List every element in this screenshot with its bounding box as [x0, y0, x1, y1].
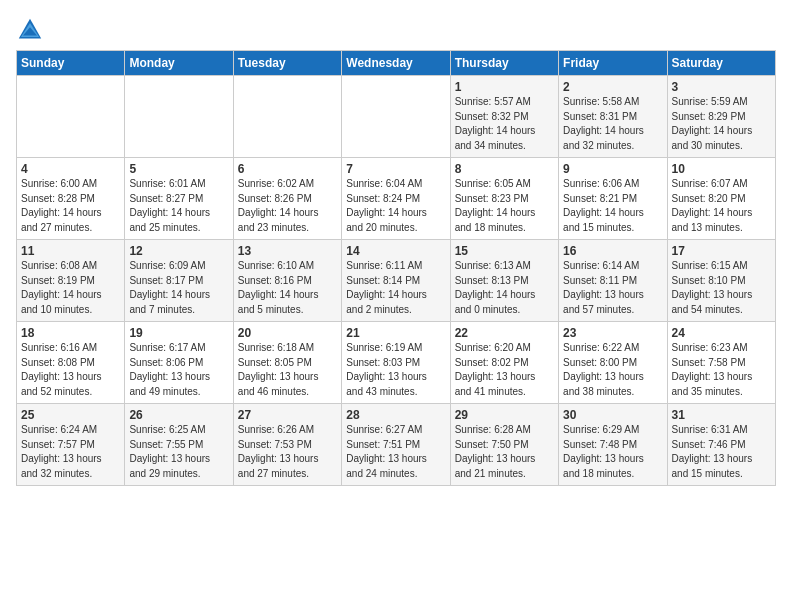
day-number: 8	[455, 162, 554, 176]
day-cell	[125, 76, 233, 158]
day-info: Sunrise: 6:26 AM Sunset: 7:53 PM Dayligh…	[238, 423, 337, 481]
day-info: Sunrise: 6:25 AM Sunset: 7:55 PM Dayligh…	[129, 423, 228, 481]
day-info: Sunrise: 6:29 AM Sunset: 7:48 PM Dayligh…	[563, 423, 662, 481]
day-cell: 25Sunrise: 6:24 AM Sunset: 7:57 PM Dayli…	[17, 404, 125, 486]
day-number: 29	[455, 408, 554, 422]
day-number: 30	[563, 408, 662, 422]
day-info: Sunrise: 6:09 AM Sunset: 8:17 PM Dayligh…	[129, 259, 228, 317]
header-sunday: Sunday	[17, 51, 125, 76]
day-number: 4	[21, 162, 120, 176]
day-number: 28	[346, 408, 445, 422]
day-info: Sunrise: 6:08 AM Sunset: 8:19 PM Dayligh…	[21, 259, 120, 317]
day-cell: 2Sunrise: 5:58 AM Sunset: 8:31 PM Daylig…	[559, 76, 667, 158]
day-info: Sunrise: 6:28 AM Sunset: 7:50 PM Dayligh…	[455, 423, 554, 481]
day-cell: 5Sunrise: 6:01 AM Sunset: 8:27 PM Daylig…	[125, 158, 233, 240]
day-number: 31	[672, 408, 771, 422]
day-info: Sunrise: 6:04 AM Sunset: 8:24 PM Dayligh…	[346, 177, 445, 235]
day-cell: 8Sunrise: 6:05 AM Sunset: 8:23 PM Daylig…	[450, 158, 558, 240]
header-monday: Monday	[125, 51, 233, 76]
day-number: 24	[672, 326, 771, 340]
day-cell	[233, 76, 341, 158]
week-row-3: 11Sunrise: 6:08 AM Sunset: 8:19 PM Dayli…	[17, 240, 776, 322]
day-info: Sunrise: 6:10 AM Sunset: 8:16 PM Dayligh…	[238, 259, 337, 317]
week-row-5: 25Sunrise: 6:24 AM Sunset: 7:57 PM Dayli…	[17, 404, 776, 486]
header-wednesday: Wednesday	[342, 51, 450, 76]
day-cell: 31Sunrise: 6:31 AM Sunset: 7:46 PM Dayli…	[667, 404, 775, 486]
day-info: Sunrise: 6:17 AM Sunset: 8:06 PM Dayligh…	[129, 341, 228, 399]
day-cell: 6Sunrise: 6:02 AM Sunset: 8:26 PM Daylig…	[233, 158, 341, 240]
logo	[16, 16, 48, 44]
day-info: Sunrise: 5:57 AM Sunset: 8:32 PM Dayligh…	[455, 95, 554, 153]
day-number: 20	[238, 326, 337, 340]
week-row-2: 4Sunrise: 6:00 AM Sunset: 8:28 PM Daylig…	[17, 158, 776, 240]
week-row-1: 1Sunrise: 5:57 AM Sunset: 8:32 PM Daylig…	[17, 76, 776, 158]
day-cell: 29Sunrise: 6:28 AM Sunset: 7:50 PM Dayli…	[450, 404, 558, 486]
day-number: 3	[672, 80, 771, 94]
calendar-table: SundayMondayTuesdayWednesdayThursdayFrid…	[16, 50, 776, 486]
day-cell: 30Sunrise: 6:29 AM Sunset: 7:48 PM Dayli…	[559, 404, 667, 486]
day-info: Sunrise: 6:22 AM Sunset: 8:00 PM Dayligh…	[563, 341, 662, 399]
day-number: 15	[455, 244, 554, 258]
day-info: Sunrise: 6:18 AM Sunset: 8:05 PM Dayligh…	[238, 341, 337, 399]
day-number: 17	[672, 244, 771, 258]
day-cell: 23Sunrise: 6:22 AM Sunset: 8:00 PM Dayli…	[559, 322, 667, 404]
day-cell: 14Sunrise: 6:11 AM Sunset: 8:14 PM Dayli…	[342, 240, 450, 322]
day-info: Sunrise: 6:00 AM Sunset: 8:28 PM Dayligh…	[21, 177, 120, 235]
day-number: 2	[563, 80, 662, 94]
day-cell: 22Sunrise: 6:20 AM Sunset: 8:02 PM Dayli…	[450, 322, 558, 404]
day-cell: 24Sunrise: 6:23 AM Sunset: 7:58 PM Dayli…	[667, 322, 775, 404]
day-info: Sunrise: 6:27 AM Sunset: 7:51 PM Dayligh…	[346, 423, 445, 481]
day-cell: 21Sunrise: 6:19 AM Sunset: 8:03 PM Dayli…	[342, 322, 450, 404]
day-info: Sunrise: 6:13 AM Sunset: 8:13 PM Dayligh…	[455, 259, 554, 317]
day-number: 11	[21, 244, 120, 258]
day-number: 10	[672, 162, 771, 176]
page: SundayMondayTuesdayWednesdayThursdayFrid…	[0, 0, 792, 496]
day-info: Sunrise: 6:31 AM Sunset: 7:46 PM Dayligh…	[672, 423, 771, 481]
day-cell: 7Sunrise: 6:04 AM Sunset: 8:24 PM Daylig…	[342, 158, 450, 240]
day-cell: 28Sunrise: 6:27 AM Sunset: 7:51 PM Dayli…	[342, 404, 450, 486]
day-info: Sunrise: 6:01 AM Sunset: 8:27 PM Dayligh…	[129, 177, 228, 235]
day-cell: 19Sunrise: 6:17 AM Sunset: 8:06 PM Dayli…	[125, 322, 233, 404]
day-cell: 12Sunrise: 6:09 AM Sunset: 8:17 PM Dayli…	[125, 240, 233, 322]
calendar-body: 1Sunrise: 5:57 AM Sunset: 8:32 PM Daylig…	[17, 76, 776, 486]
day-number: 5	[129, 162, 228, 176]
day-cell: 15Sunrise: 6:13 AM Sunset: 8:13 PM Dayli…	[450, 240, 558, 322]
day-info: Sunrise: 6:23 AM Sunset: 7:58 PM Dayligh…	[672, 341, 771, 399]
day-cell: 10Sunrise: 6:07 AM Sunset: 8:20 PM Dayli…	[667, 158, 775, 240]
day-info: Sunrise: 6:14 AM Sunset: 8:11 PM Dayligh…	[563, 259, 662, 317]
day-info: Sunrise: 5:58 AM Sunset: 8:31 PM Dayligh…	[563, 95, 662, 153]
day-cell: 17Sunrise: 6:15 AM Sunset: 8:10 PM Dayli…	[667, 240, 775, 322]
day-cell	[342, 76, 450, 158]
day-cell	[17, 76, 125, 158]
day-cell: 4Sunrise: 6:00 AM Sunset: 8:28 PM Daylig…	[17, 158, 125, 240]
day-number: 13	[238, 244, 337, 258]
day-info: Sunrise: 6:15 AM Sunset: 8:10 PM Dayligh…	[672, 259, 771, 317]
day-number: 25	[21, 408, 120, 422]
day-info: Sunrise: 6:07 AM Sunset: 8:20 PM Dayligh…	[672, 177, 771, 235]
day-cell: 13Sunrise: 6:10 AM Sunset: 8:16 PM Dayli…	[233, 240, 341, 322]
day-number: 19	[129, 326, 228, 340]
header-thursday: Thursday	[450, 51, 558, 76]
header-saturday: Saturday	[667, 51, 775, 76]
day-number: 6	[238, 162, 337, 176]
header-row: SundayMondayTuesdayWednesdayThursdayFrid…	[17, 51, 776, 76]
day-info: Sunrise: 6:05 AM Sunset: 8:23 PM Dayligh…	[455, 177, 554, 235]
week-row-4: 18Sunrise: 6:16 AM Sunset: 8:08 PM Dayli…	[17, 322, 776, 404]
day-number: 18	[21, 326, 120, 340]
day-cell: 20Sunrise: 6:18 AM Sunset: 8:05 PM Dayli…	[233, 322, 341, 404]
day-number: 22	[455, 326, 554, 340]
day-cell: 16Sunrise: 6:14 AM Sunset: 8:11 PM Dayli…	[559, 240, 667, 322]
day-cell: 18Sunrise: 6:16 AM Sunset: 8:08 PM Dayli…	[17, 322, 125, 404]
day-info: Sunrise: 6:19 AM Sunset: 8:03 PM Dayligh…	[346, 341, 445, 399]
day-cell: 11Sunrise: 6:08 AM Sunset: 8:19 PM Dayli…	[17, 240, 125, 322]
day-info: Sunrise: 5:59 AM Sunset: 8:29 PM Dayligh…	[672, 95, 771, 153]
day-info: Sunrise: 6:16 AM Sunset: 8:08 PM Dayligh…	[21, 341, 120, 399]
logo-icon	[16, 16, 44, 44]
day-number: 16	[563, 244, 662, 258]
day-cell: 9Sunrise: 6:06 AM Sunset: 8:21 PM Daylig…	[559, 158, 667, 240]
day-number: 21	[346, 326, 445, 340]
day-info: Sunrise: 6:11 AM Sunset: 8:14 PM Dayligh…	[346, 259, 445, 317]
day-cell: 3Sunrise: 5:59 AM Sunset: 8:29 PM Daylig…	[667, 76, 775, 158]
day-cell: 26Sunrise: 6:25 AM Sunset: 7:55 PM Dayli…	[125, 404, 233, 486]
day-cell: 27Sunrise: 6:26 AM Sunset: 7:53 PM Dayli…	[233, 404, 341, 486]
